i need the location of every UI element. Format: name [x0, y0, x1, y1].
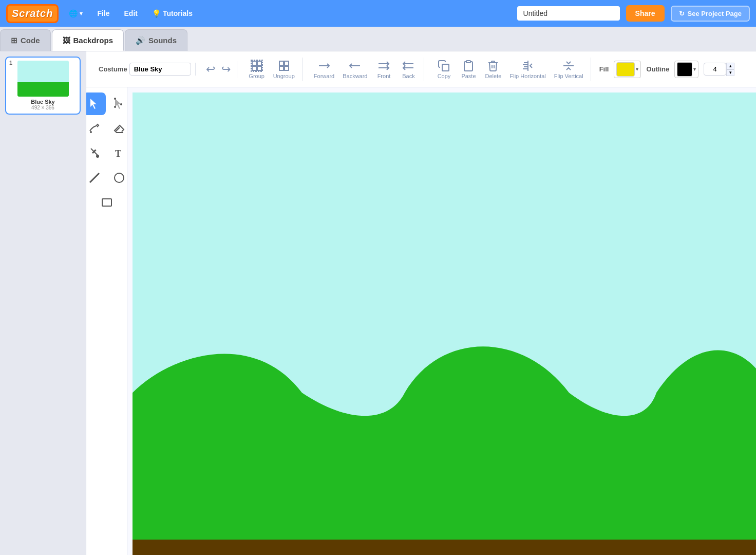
- reshape-tool-button[interactable]: [108, 92, 130, 115]
- eraser-tool-button[interactable]: [108, 117, 130, 140]
- project-title-input[interactable]: [517, 6, 620, 21]
- sounds-icon: 🔊: [136, 36, 145, 45]
- code-icon: ⊞: [11, 36, 17, 45]
- redo-button[interactable]: ↪: [219, 61, 233, 78]
- circle-tool-button[interactable]: [108, 166, 130, 189]
- group-button[interactable]: Group: [245, 58, 268, 81]
- layer-section: Forward Backward Front: [307, 58, 425, 81]
- costume-name-input[interactable]: [129, 63, 191, 76]
- group-section: Group Ungroup: [241, 58, 303, 81]
- fill-text-tools-row: T: [86, 142, 130, 164]
- flip-vertical-icon: [562, 60, 575, 72]
- line-icon: [88, 172, 101, 184]
- front-button[interactable]: Front: [372, 58, 395, 81]
- svg-rect-1: [257, 61, 261, 65]
- costume-list: 1 Blue Sky 492 × 366: [0, 51, 86, 555]
- main-content: 1 Blue Sky 492 × 366 Costume ↩ ↪: [0, 51, 756, 555]
- tab-code[interactable]: ⊞ Code: [0, 29, 51, 51]
- size-control: ▴ ▾: [704, 63, 734, 76]
- svg-point-27: [115, 173, 124, 182]
- size-up-button[interactable]: ▴: [726, 63, 734, 69]
- backdrop-canvas[interactable]: [133, 92, 756, 555]
- reshape-icon: [113, 98, 125, 110]
- forward-icon: [318, 60, 330, 72]
- forward-button[interactable]: Forward: [311, 58, 337, 81]
- file-menu-button[interactable]: File: [93, 7, 114, 20]
- tab-sounds[interactable]: 🔊 Sounds: [125, 29, 187, 51]
- text-icon: T: [113, 147, 125, 159]
- fill-dropdown-icon: ▾: [636, 66, 638, 72]
- paste-icon: [462, 60, 475, 72]
- costume-thumbnail: [17, 61, 69, 97]
- svg-point-19: [114, 98, 116, 100]
- scratch-logo[interactable]: Scratch: [6, 4, 59, 23]
- back-icon: [402, 60, 414, 72]
- text-tool-button[interactable]: T: [108, 142, 130, 164]
- share-button[interactable]: Share: [626, 5, 665, 22]
- select-tools-row: [86, 92, 130, 115]
- outline-color-swatch: [677, 62, 692, 77]
- edit-ops-section: Copy Paste Delete: [428, 58, 591, 81]
- delete-button[interactable]: Delete: [482, 58, 504, 81]
- see-project-button[interactable]: ↻ See Project Page: [671, 6, 750, 22]
- bulb-icon: 💡: [152, 9, 161, 17]
- line-tool-button[interactable]: [86, 166, 106, 189]
- fill-color-swatch: [616, 62, 635, 77]
- size-down-button[interactable]: ▾: [726, 69, 734, 76]
- outline-dropdown-icon: ▾: [693, 66, 696, 72]
- svg-rect-5: [279, 61, 284, 65]
- select-tool-button[interactable]: [86, 92, 106, 115]
- svg-rect-2: [252, 66, 256, 70]
- svg-text:T: T: [115, 149, 121, 159]
- svg-rect-6: [285, 61, 289, 65]
- canvas-tools-container: T: [86, 87, 756, 555]
- toolbar: Costume ↩ ↪: [86, 51, 756, 87]
- fill-tool-button[interactable]: [86, 142, 106, 164]
- svg-line-26: [90, 173, 99, 182]
- flip-vertical-button[interactable]: Flip Vertical: [551, 58, 587, 81]
- rect-tools-row: [96, 191, 118, 214]
- group-icon: [251, 60, 263, 72]
- delete-icon: [487, 60, 499, 72]
- redo-icon: ↪: [221, 63, 231, 76]
- svg-rect-8: [285, 66, 289, 70]
- svg-point-22: [90, 131, 92, 133]
- svg-point-21: [120, 103, 122, 105]
- line-circle-tools-row: [86, 166, 130, 189]
- ungroup-button[interactable]: Ungroup: [270, 58, 298, 81]
- tab-bar: ⊞ Code 🖼 Backdrops 🔊 Sounds: [0, 27, 756, 51]
- tutorials-button[interactable]: 💡 Tutorials: [148, 7, 197, 20]
- undo-icon: ↩: [206, 63, 215, 76]
- select-icon: [88, 98, 101, 110]
- refresh-icon: ↻: [679, 10, 685, 17]
- svg-rect-3: [257, 66, 261, 70]
- eraser-icon: [113, 122, 125, 135]
- editor-area: Costume ↩ ↪: [86, 51, 756, 555]
- fill-outline-section: Fill ▾ Outline ▾ ▴ ▾: [595, 61, 739, 78]
- rect-tool-button[interactable]: [96, 191, 118, 214]
- canvas-area[interactable]: [127, 87, 756, 555]
- edit-menu-button[interactable]: Edit: [120, 7, 142, 20]
- backward-button[interactable]: Backward: [339, 58, 370, 81]
- undo-redo-section: ↩ ↪: [200, 61, 237, 78]
- flip-horizontal-button[interactable]: Flip Horizontal: [506, 58, 549, 81]
- undo-button[interactable]: ↩: [204, 61, 217, 78]
- costume-item[interactable]: 1 Blue Sky 492 × 366: [5, 57, 81, 115]
- paste-button[interactable]: Paste: [457, 58, 480, 81]
- front-icon: [377, 60, 390, 72]
- backdrops-icon: 🖼: [63, 36, 70, 45]
- costume-name-section: Costume: [94, 63, 196, 76]
- size-input[interactable]: [704, 63, 726, 76]
- globe-button[interactable]: 🌐 ▾: [65, 7, 87, 20]
- navbar: Scratch 🌐 ▾ File Edit 💡 Tutorials Share …: [0, 0, 756, 27]
- outline-color-picker[interactable]: ▾: [674, 61, 698, 78]
- tab-backdrops[interactable]: 🖼 Backdrops: [52, 29, 124, 51]
- brush-tool-button[interactable]: [86, 117, 106, 140]
- back-button[interactable]: Back: [397, 58, 420, 81]
- svg-rect-15: [442, 64, 449, 71]
- copy-icon: [438, 60, 450, 72]
- svg-rect-28: [102, 199, 111, 206]
- copy-button[interactable]: Copy: [432, 58, 455, 81]
- fill-color-picker[interactable]: ▾: [614, 61, 641, 78]
- globe-dropdown-icon: ▾: [80, 10, 83, 17]
